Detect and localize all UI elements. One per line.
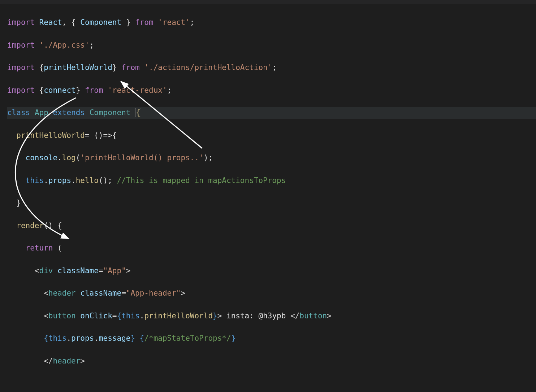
code-line: import {connect} from 'react-redux'; xyxy=(7,85,536,96)
code-line: render() { xyxy=(7,220,536,231)
code-line-current: class App extends Component { xyxy=(7,107,536,118)
code-line: return ( xyxy=(7,243,536,254)
code-line xyxy=(7,378,536,389)
code-line: this.props.hello(); //This is mapped in … xyxy=(7,175,536,186)
code-line: import React, { Component } from 'react'… xyxy=(7,17,536,28)
code-line: import './App.css'; xyxy=(7,40,536,51)
code-line: printHelloWorld= ()=>{ xyxy=(7,130,536,141)
code-line: import {printHelloWorld} from './actions… xyxy=(7,62,536,73)
code-line: </header> xyxy=(7,356,536,367)
code-line: <button onClick={this.printHelloWorld}> … xyxy=(7,310,536,322)
code-line: <div className="App"> xyxy=(7,265,536,276)
code-line: {this.props.message} {/*mapStateToProps*… xyxy=(7,333,536,344)
tab-bar xyxy=(0,0,536,4)
brace-match-icon: { xyxy=(135,108,141,117)
code-line: } xyxy=(7,197,536,209)
code-line: console.log('printHelloWorld() props..')… xyxy=(7,152,536,164)
code-line: <header className="App-header"> xyxy=(7,288,536,299)
code-editor[interactable]: import React, { Component } from 'react'… xyxy=(0,4,536,392)
